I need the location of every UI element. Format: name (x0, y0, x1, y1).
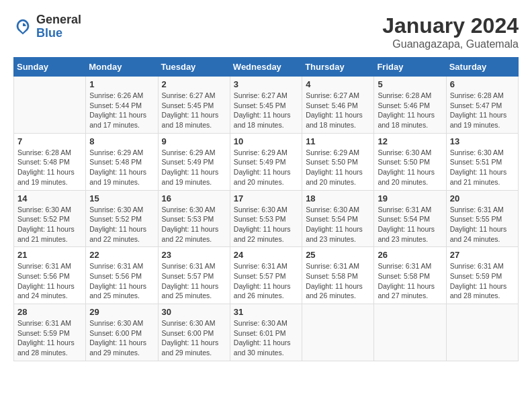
header-day-thursday: Thursday (302, 58, 374, 77)
calendar-cell: 10Sunrise: 6:29 AMSunset: 5:49 PMDayligh… (230, 133, 302, 190)
day-info: Sunrise: 6:30 AMSunset: 6:01 PMDaylight:… (234, 318, 298, 358)
day-info: Sunrise: 6:30 AMSunset: 5:52 PMDaylight:… (89, 205, 154, 244)
day-info: Sunrise: 6:31 AMSunset: 5:57 PMDaylight:… (162, 261, 226, 301)
day-info: Sunrise: 6:31 AMSunset: 5:59 PMDaylight:… (17, 318, 82, 358)
day-number: 29 (89, 307, 154, 317)
day-info: Sunrise: 6:29 AMSunset: 5:50 PMDaylight:… (306, 148, 370, 187)
day-info: Sunrise: 6:28 AMSunset: 5:48 PMDaylight:… (17, 148, 82, 187)
calendar-cell: 17Sunrise: 6:30 AMSunset: 5:53 PMDayligh… (230, 190, 302, 247)
day-number: 27 (450, 250, 515, 260)
day-info: Sunrise: 6:27 AMSunset: 5:45 PMDaylight:… (234, 91, 298, 130)
day-number: 15 (89, 193, 154, 203)
day-info: Sunrise: 6:28 AMSunset: 5:47 PMDaylight:… (450, 91, 515, 130)
day-number: 5 (378, 79, 442, 89)
header-day-saturday: Saturday (446, 58, 518, 77)
week-row-1: 1Sunrise: 6:26 AMSunset: 5:44 PMDaylight… (14, 77, 519, 134)
day-info: Sunrise: 6:29 AMSunset: 5:48 PMDaylight:… (89, 148, 154, 187)
day-number: 16 (162, 193, 226, 203)
week-row-4: 21Sunrise: 6:31 AMSunset: 5:56 PMDayligh… (14, 247, 519, 304)
calendar-cell: 2Sunrise: 6:27 AMSunset: 5:45 PMDaylight… (158, 77, 230, 134)
header-day-tuesday: Tuesday (158, 58, 230, 77)
page-header: General Blue January 2024 Guanagazapa, G… (13, 13, 519, 50)
day-number: 10 (234, 136, 298, 146)
day-number: 17 (234, 193, 298, 203)
day-number: 7 (17, 136, 82, 146)
day-info: Sunrise: 6:31 AMSunset: 5:58 PMDaylight:… (378, 261, 442, 301)
day-info: Sunrise: 6:31 AMSunset: 5:59 PMDaylight:… (450, 261, 515, 301)
calendar-cell: 16Sunrise: 6:30 AMSunset: 5:53 PMDayligh… (158, 190, 230, 247)
calendar-cell: 21Sunrise: 6:31 AMSunset: 5:56 PMDayligh… (14, 247, 86, 304)
day-number: 3 (234, 79, 298, 89)
calendar-cell: 27Sunrise: 6:31 AMSunset: 5:59 PMDayligh… (446, 247, 518, 304)
day-number: 18 (306, 193, 370, 203)
day-info: Sunrise: 6:26 AMSunset: 5:44 PMDaylight:… (89, 91, 154, 130)
day-number: 26 (378, 250, 442, 260)
day-number: 1 (89, 79, 154, 89)
calendar-cell: 8Sunrise: 6:29 AMSunset: 5:48 PMDaylight… (86, 133, 158, 190)
day-number: 28 (17, 307, 82, 317)
calendar-cell: 1Sunrise: 6:26 AMSunset: 5:44 PMDaylight… (86, 77, 158, 134)
header-day-sunday: Sunday (14, 58, 86, 77)
calendar-cell: 22Sunrise: 6:31 AMSunset: 5:56 PMDayligh… (86, 247, 158, 304)
day-number: 2 (162, 79, 226, 89)
day-number: 13 (450, 136, 515, 146)
calendar-cell: 28Sunrise: 6:31 AMSunset: 5:59 PMDayligh… (14, 304, 86, 361)
week-row-2: 7Sunrise: 6:28 AMSunset: 5:48 PMDaylight… (14, 133, 519, 190)
day-info: Sunrise: 6:29 AMSunset: 5:49 PMDaylight:… (162, 148, 226, 187)
calendar-cell: 23Sunrise: 6:31 AMSunset: 5:57 PMDayligh… (158, 247, 230, 304)
day-number: 4 (306, 79, 370, 89)
day-number: 22 (89, 250, 154, 260)
day-number: 23 (162, 250, 226, 260)
day-info: Sunrise: 6:27 AMSunset: 5:46 PMDaylight:… (306, 91, 370, 130)
day-info: Sunrise: 6:30 AMSunset: 5:53 PMDaylight:… (234, 205, 298, 244)
day-number: 30 (162, 307, 226, 317)
logo-icon (13, 17, 32, 36)
calendar-cell (446, 304, 518, 361)
calendar-cell: 6Sunrise: 6:28 AMSunset: 5:47 PMDaylight… (446, 77, 518, 134)
calendar-cell: 12Sunrise: 6:30 AMSunset: 5:50 PMDayligh… (374, 133, 446, 190)
day-info: Sunrise: 6:30 AMSunset: 5:50 PMDaylight:… (378, 148, 442, 187)
day-info: Sunrise: 6:28 AMSunset: 5:46 PMDaylight:… (378, 91, 442, 130)
day-info: Sunrise: 6:30 AMSunset: 5:54 PMDaylight:… (306, 205, 370, 244)
calendar-cell: 5Sunrise: 6:28 AMSunset: 5:46 PMDaylight… (374, 77, 446, 134)
calendar-table: SundayMondayTuesdayWednesdayThursdayFrid… (13, 57, 519, 361)
day-info: Sunrise: 6:31 AMSunset: 5:58 PMDaylight:… (306, 261, 370, 301)
day-number: 14 (17, 193, 82, 203)
day-number: 31 (234, 307, 298, 317)
calendar-cell: 31Sunrise: 6:30 AMSunset: 6:01 PMDayligh… (230, 304, 302, 361)
day-info: Sunrise: 6:31 AMSunset: 5:56 PMDaylight:… (89, 261, 154, 301)
logo: General Blue (13, 13, 81, 40)
day-number: 12 (378, 136, 442, 146)
day-number: 25 (306, 250, 370, 260)
day-info: Sunrise: 6:29 AMSunset: 5:49 PMDaylight:… (234, 148, 298, 187)
day-number: 19 (378, 193, 442, 203)
calendar-cell: 13Sunrise: 6:30 AMSunset: 5:51 PMDayligh… (446, 133, 518, 190)
month-title: January 2024 (382, 13, 519, 38)
calendar-cell: 24Sunrise: 6:31 AMSunset: 5:57 PMDayligh… (230, 247, 302, 304)
location-title: Guanagazapa, Guatemala (382, 38, 519, 50)
calendar-cell: 4Sunrise: 6:27 AMSunset: 5:46 PMDaylight… (302, 77, 374, 134)
day-info: Sunrise: 6:30 AMSunset: 6:00 PMDaylight:… (89, 318, 154, 358)
day-number: 11 (306, 136, 370, 146)
day-info: Sunrise: 6:30 AMSunset: 5:52 PMDaylight:… (17, 205, 82, 244)
calendar-cell: 3Sunrise: 6:27 AMSunset: 5:45 PMDaylight… (230, 77, 302, 134)
day-info: Sunrise: 6:31 AMSunset: 5:57 PMDaylight:… (234, 261, 298, 301)
calendar-cell: 25Sunrise: 6:31 AMSunset: 5:58 PMDayligh… (302, 247, 374, 304)
header-day-friday: Friday (374, 58, 446, 77)
calendar-header: SundayMondayTuesdayWednesdayThursdayFrid… (14, 58, 519, 77)
logo-text: General Blue (36, 13, 81, 40)
title-area: January 2024 Guanagazapa, Guatemala (382, 13, 519, 50)
day-number: 8 (89, 136, 154, 146)
calendar-cell: 30Sunrise: 6:30 AMSunset: 6:00 PMDayligh… (158, 304, 230, 361)
calendar-cell: 26Sunrise: 6:31 AMSunset: 5:58 PMDayligh… (374, 247, 446, 304)
day-info: Sunrise: 6:30 AMSunset: 5:53 PMDaylight:… (162, 205, 226, 244)
calendar-body: 1Sunrise: 6:26 AMSunset: 5:44 PMDaylight… (14, 77, 519, 361)
day-info: Sunrise: 6:31 AMSunset: 5:56 PMDaylight:… (17, 261, 82, 301)
day-info: Sunrise: 6:31 AMSunset: 5:54 PMDaylight:… (378, 205, 442, 244)
day-number: 9 (162, 136, 226, 146)
calendar-cell: 9Sunrise: 6:29 AMSunset: 5:49 PMDaylight… (158, 133, 230, 190)
week-row-3: 14Sunrise: 6:30 AMSunset: 5:52 PMDayligh… (14, 190, 519, 247)
calendar-cell: 18Sunrise: 6:30 AMSunset: 5:54 PMDayligh… (302, 190, 374, 247)
calendar-cell (302, 304, 374, 361)
day-info: Sunrise: 6:30 AMSunset: 6:00 PMDaylight:… (162, 318, 226, 358)
